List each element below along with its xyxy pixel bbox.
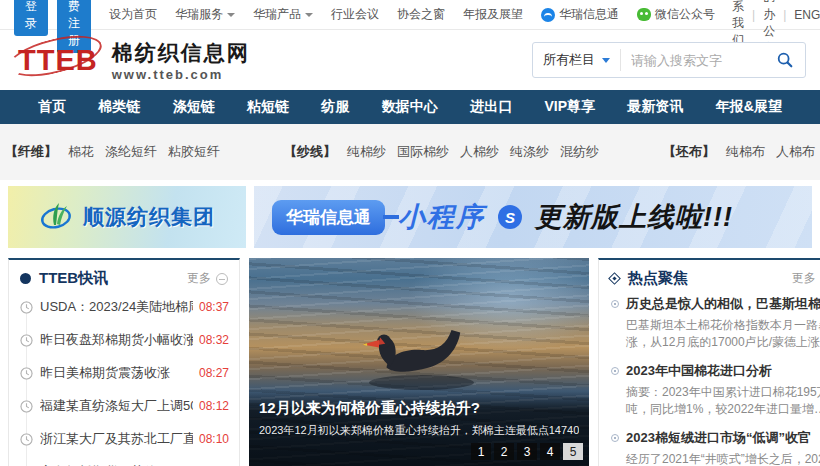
carousel-page-1[interactable]: 1 <box>471 443 491 460</box>
group-label-fiber: 【纤维】 <box>5 143 57 161</box>
set-homepage-link[interactable]: 设为首页 <box>109 6 157 23</box>
diamond-target-icon <box>608 272 621 285</box>
group-label-yarn: 【纱线】 <box>284 143 336 161</box>
list-item[interactable]: 2023棉短绒进口市场“低调”收官 经历了2021年“井喷式”增长之后，2022… <box>611 429 820 466</box>
filled-circle-icon <box>20 273 31 284</box>
nav-polyester-chain[interactable]: 涤短链 <box>159 90 229 124</box>
carousel-headline: 12月以来为何棉价重心持续抬升? <box>259 399 579 418</box>
subnav-polyester-staple[interactable]: 涤纶短纤 <box>105 143 157 161</box>
focus-item-desc: 经历了2021年“井喷式”增长之后，2022年以来棉短绒进口市场连续两年缩... <box>611 451 820 466</box>
carousel-page-5-active[interactable]: 5 <box>563 443 583 460</box>
subnav-fabric-group: 【坯布】 纯棉布 人棉布 <box>663 143 815 161</box>
focus-item-title: 2023年中国棉花进口分析 <box>611 362 820 380</box>
list-item[interactable]: USDA：2023/24美陆地棉周度 08:37 <box>20 298 229 316</box>
chevron-down-icon <box>227 13 235 17</box>
huarui-info-app-link[interactable]: 华瑞信息通 <box>541 6 619 23</box>
site-header: TTEB 棉纺织信息网 www.tteb.com 所有栏目 <box>0 30 820 90</box>
nav-textile-apparel[interactable]: 纺服 <box>307 90 363 124</box>
top-utility-bar: 登录 免费注册 设为首页 华瑞服务 华瑞产品 行业会议 协会之窗 年报及展望 华… <box>0 0 820 30</box>
list-item[interactable]: 2023年中国棉花进口分析 摘要：2023年中国累计进口棉花195万吨，同比增1… <box>611 362 820 419</box>
list-item[interactable]: 历史总是惊人的相似，巴基斯坦棉... 巴基斯坦本土棉花价格指数本月一路暴涨，从1… <box>611 295 820 352</box>
clock-icon <box>20 301 33 314</box>
focus-panel-title: 热点聚焦 <box>628 269 688 288</box>
chevron-down-icon <box>602 58 610 63</box>
search-icon <box>776 51 794 69</box>
ad-banner-miniprogram[interactable]: 华瑞信息通 小程序 S 更新版上线啦!!! <box>254 186 812 248</box>
news-more-link[interactable]: 更多 <box>187 270 228 287</box>
subnav-cotton[interactable]: 棉花 <box>68 143 94 161</box>
divider: | <box>783 8 786 22</box>
list-item[interactable]: 昨日夜盘郑棉期货小幅收涨 08:32 <box>20 331 229 349</box>
subnav-rayon-fabric[interactable]: 人棉布 <box>776 143 815 161</box>
focus-item-desc: 巴基斯坦本土棉花价格指数本月一路暴涨，从12月底的17000卢比/蒙德上涨... <box>611 317 820 352</box>
huarui-services-menu[interactable]: 华瑞服务 <box>175 6 235 23</box>
carousel-page-4[interactable]: 4 <box>540 443 560 460</box>
search-button[interactable] <box>765 43 805 77</box>
industry-conference-link[interactable]: 行业会议 <box>331 6 379 23</box>
moorhen-photo <box>349 310 499 400</box>
subnav-polyester-yarn[interactable]: 纯涤纱 <box>510 143 549 161</box>
nav-vip[interactable]: VIP尊享 <box>531 90 610 124</box>
subnav-rayon-yarn[interactable]: 人棉纱 <box>460 143 499 161</box>
news-panel-header: TTEB快讯 更多 <box>9 260 239 295</box>
nav-data-center[interactable]: 数据中心 <box>368 90 452 124</box>
carousel-page-2[interactable]: 2 <box>494 443 514 460</box>
huarui-products-menu[interactable]: 华瑞产品 <box>253 6 313 23</box>
shunyuan-logo-icon <box>39 202 75 232</box>
site-logo[interactable]: TTEB 棉纺织信息网 www.tteb.com <box>14 39 250 82</box>
search-bar: 所有栏目 <box>532 42 806 78</box>
clock-icon <box>20 334 33 347</box>
subnav-viscose-staple[interactable]: 粘胶短纤 <box>168 143 220 161</box>
search-input[interactable] <box>621 53 765 68</box>
subnav-yarn-group: 【纱线】 纯棉纱 国际棉纱 人棉纱 纯涤纱 混纺纱 <box>284 143 599 161</box>
search-category-dropdown[interactable]: 所有栏目 <box>533 49 621 71</box>
clock-icon <box>20 400 33 413</box>
miniprogram-label: 小程序 <box>398 199 485 235</box>
group-label-fabric: 【坯布】 <box>663 143 715 161</box>
subnav-intl-cotton-yarn[interactable]: 国际棉纱 <box>397 143 449 161</box>
clock-icon <box>20 367 33 380</box>
chevron-down-icon <box>305 13 313 17</box>
association-window-link[interactable]: 协会之窗 <box>397 6 445 23</box>
carousel-pagination: 1 2 3 4 5 <box>471 443 583 460</box>
list-item[interactable]: 浙江某大厂及其苏北工厂直纺涤 08:10 <box>20 430 229 448</box>
site-name-block: 棉纺织信息网 www.tteb.com <box>112 39 250 82</box>
focus-item-desc: 摘要：2023年中国累计进口棉花195万吨，同比增1%，较2022年进口量增加.… <box>611 384 820 419</box>
news-carousel[interactable]: 12月以来为何棉价重心持续抬升? 2023年12月初以来郑棉价格重心持续抬升，郑… <box>249 258 589 466</box>
english-link[interactable]: ENGLISH <box>794 8 820 22</box>
nav-cotton-chain[interactable]: 棉类链 <box>84 90 154 124</box>
subnav-blended-yarn[interactable]: 混纺纱 <box>560 143 599 161</box>
carousel-page-3[interactable]: 3 <box>517 443 537 460</box>
subnav-fiber-group: 【纤维】 棉花 涤纶短纤 粘胶短纤 <box>5 143 220 161</box>
login-button[interactable]: 登录 <box>14 0 48 36</box>
circle-minus-icon <box>216 273 228 285</box>
bullet-icon <box>611 434 619 442</box>
nav-latest-news[interactable]: 最新资讯 <box>613 90 697 124</box>
divider: | <box>752 8 755 22</box>
focus-list: 历史总是惊人的相似，巴基斯坦棉... 巴基斯坦本土棉花价格指数本月一路暴涨，从1… <box>599 295 820 466</box>
hot-focus-panel: 热点聚焦 更多 历史总是惊人的相似，巴基斯坦棉... 巴基斯坦本土棉花价格指数本… <box>598 258 820 466</box>
annual-report-link[interactable]: 年报及展望 <box>463 6 523 23</box>
focus-item-title: 2023棉短绒进口市场“低调”收官 <box>611 429 820 447</box>
tteb-news-panel: TTEB快讯 更多 USDA：2023/24美陆地棉周度 08:37 昨日夜盘郑… <box>8 258 240 466</box>
news-timestamp: 08:37 <box>199 300 229 314</box>
nav-annual-report[interactable]: 年报&展望 <box>702 90 796 124</box>
ad-banner-shunyuan[interactable]: 顺源纺织集团 <box>8 186 246 248</box>
nav-home[interactable]: 首页 <box>24 90 80 124</box>
carousel-subtitle: 2023年12月初以来郑棉价格重心持续抬升，郑棉主连最低点14740至2024.… <box>259 423 579 438</box>
site-name: 棉纺织信息网 <box>112 39 250 67</box>
nav-import-export[interactable]: 进出口 <box>456 90 526 124</box>
wechat-official-link[interactable]: 微信公众号 <box>637 6 715 23</box>
clock-icon <box>20 433 33 446</box>
nav-viscose-chain[interactable]: 粘短链 <box>233 90 303 124</box>
news-timestamp: 08:27 <box>199 366 229 380</box>
news-timestamp: 08:12 <box>199 399 229 413</box>
comet-icon <box>541 8 555 22</box>
subnav-cotton-yarn[interactable]: 纯棉纱 <box>347 143 386 161</box>
list-item[interactable]: 福建某直纺涤短大厂上调50 08:12 <box>20 397 229 415</box>
miniprogram-icon: S <box>498 205 522 229</box>
list-item[interactable]: 昨日美棉期货震荡收涨 08:27 <box>20 364 229 382</box>
subnav-cotton-fabric[interactable]: 纯棉布 <box>726 143 765 161</box>
focus-more-link[interactable]: 更多 <box>792 270 820 287</box>
main-nav: 首页 棉类链 涤短链 粘短链 纺服 数据中心 进出口 VIP尊享 最新资讯 年报… <box>0 90 820 124</box>
